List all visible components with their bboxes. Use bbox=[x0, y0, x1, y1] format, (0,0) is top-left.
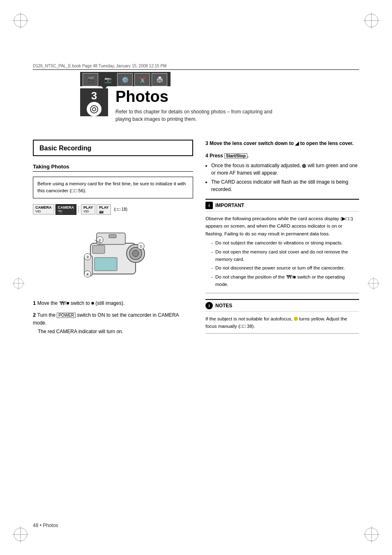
notes-box: i NOTES If the subject is not suitable f… bbox=[205, 299, 359, 334]
step-3-label: 3 bbox=[205, 140, 210, 146]
tab-settings[interactable]: ⚙️ bbox=[117, 73, 133, 86]
notes-title: NOTES bbox=[215, 303, 232, 309]
important-item-1: Do not subject the camcorder to vibratio… bbox=[211, 239, 359, 246]
important-list: Do not subject the camcorder to vibratio… bbox=[211, 239, 359, 288]
step-4: 4 Press Start/Stop. Once the focus is au… bbox=[205, 152, 359, 193]
important-icon: i bbox=[205, 202, 213, 209]
start-stop-button: Start/Stop bbox=[224, 153, 247, 159]
chapter-number-box: 3 bbox=[80, 88, 108, 116]
tab-bar: 🎬 📷 ⚙️ ✂️ 🖨️ bbox=[80, 72, 171, 86]
focus-dot-green bbox=[302, 164, 306, 168]
corner-mark-tr bbox=[363, 12, 380, 29]
mode-bar: CAMERA VID CAMERA 📷 PLAY VID PLAY 📷 (□□ … bbox=[33, 204, 193, 215]
warning-text: Before using a memory card for the first… bbox=[37, 181, 186, 193]
notes-text: If the subject is not suitable for autof… bbox=[205, 316, 347, 329]
chapter-header: 3 Photos Refer to this chapter for detai… bbox=[80, 88, 359, 123]
steps-list-left: 1 Move the '₩/■ switch to ■ (still image… bbox=[33, 299, 193, 335]
camcorder-diagram: ② ① ③ ④ bbox=[72, 221, 154, 292]
left-column: Basic Recording Taking Photos Before usi… bbox=[33, 140, 193, 339]
tab-print[interactable]: 🖨️ bbox=[152, 73, 167, 86]
section-box: Basic Recording bbox=[33, 140, 193, 156]
important-intro: Observe the following precautions while … bbox=[205, 216, 353, 236]
subsection-title: Taking Photos bbox=[33, 164, 193, 172]
important-item-4: Do not change the position of the '₩/■ s… bbox=[211, 273, 359, 288]
notes-icon: i bbox=[205, 302, 213, 309]
important-header: i IMPORTANT bbox=[205, 200, 359, 212]
bullet-1: Once the focus is automatically adjusted… bbox=[211, 162, 359, 177]
step-4-bullets: Once the focus is automatically adjusted… bbox=[211, 162, 359, 193]
power-button-inline: POWER bbox=[57, 313, 76, 318]
svg-point-19 bbox=[92, 108, 96, 111]
mid-mark-left bbox=[12, 277, 25, 290]
important-title: IMPORTANT bbox=[215, 203, 244, 208]
chapter-number: 3 bbox=[91, 90, 97, 101]
svg-rect-27 bbox=[95, 258, 117, 271]
svg-point-23 bbox=[132, 250, 139, 257]
svg-text:①: ① bbox=[139, 244, 143, 249]
svg-rect-26 bbox=[92, 245, 105, 253]
corner-mark-br bbox=[363, 526, 380, 543]
step-3: 3 Move the lens cover switch down to ◢ t… bbox=[205, 140, 359, 147]
notes-body: If the subject is not suitable for autof… bbox=[205, 312, 359, 334]
chapter-icon bbox=[87, 102, 101, 116]
bullet-2: The CARD access indicator will flash as … bbox=[211, 178, 359, 193]
tab-video[interactable]: 🎬 bbox=[83, 73, 98, 86]
svg-text:③: ③ bbox=[86, 255, 89, 259]
corner-mark-tl bbox=[12, 12, 29, 29]
corner-mark-bl bbox=[12, 526, 29, 543]
svg-text:④: ④ bbox=[86, 272, 89, 276]
mid-mark-right bbox=[367, 277, 380, 290]
mode-ref: (□□ 18) bbox=[114, 207, 127, 212]
tab-photo[interactable]: 📷 bbox=[100, 73, 115, 86]
page-footer: 48 • Photos bbox=[33, 523, 58, 528]
tab-edit[interactable]: ✂️ bbox=[134, 73, 150, 86]
step-2-text: Turn the POWER switch to ON to set the c… bbox=[33, 312, 179, 326]
mode-play-photo[interactable]: PLAY 📷 bbox=[97, 204, 111, 215]
notes-header: i NOTES bbox=[205, 300, 359, 312]
svg-point-18 bbox=[90, 106, 98, 113]
important-box: i IMPORTANT Observe the following precau… bbox=[205, 199, 359, 293]
step-2-sub: The red CAMERA indicator will turn on. bbox=[38, 328, 193, 335]
right-column: 3 Move the lens cover switch down to ◢ t… bbox=[205, 140, 359, 339]
chapter-title: Photos bbox=[115, 88, 359, 106]
page-header: D126_NTSC_PAL_E.book Page 48 Tuesday, Ja… bbox=[33, 64, 359, 70]
footer-text: 48 • Photos bbox=[33, 523, 58, 528]
step-4-label: 4 bbox=[205, 153, 210, 159]
step-3-text: Move the lens cover switch down to ◢ to … bbox=[210, 140, 353, 146]
focus-dot-yellow bbox=[294, 317, 298, 321]
svg-rect-28 bbox=[109, 235, 116, 238]
mode-camera-vid[interactable]: CAMERA VID bbox=[33, 204, 54, 214]
important-item-3: Do not disconnect the power source or tu… bbox=[211, 264, 359, 272]
section-title: Basic Recording bbox=[39, 145, 187, 152]
step-1: 1 Move the '₩/■ switch to ■ (still image… bbox=[33, 299, 193, 307]
mode-divider-1 bbox=[78, 206, 79, 213]
important-body: Observe the following precautions while … bbox=[205, 212, 359, 293]
chapter-description: Refer to this chapter for details on sho… bbox=[115, 108, 288, 123]
important-item-2: Do not open the memory card slot cover a… bbox=[211, 248, 359, 263]
step-4-text: Press Start/Stop. bbox=[210, 153, 249, 159]
chapter-title-block: Photos Refer to this chapter for details… bbox=[115, 88, 359, 123]
mode-play-vid[interactable]: PLAY VID bbox=[81, 204, 95, 214]
step-2: 2 Turn the POWER switch to ON to set the… bbox=[33, 311, 193, 335]
step-1-text: Move the '₩/■ switch to ■ (still images)… bbox=[37, 300, 125, 306]
warning-box: Before using a memory card for the first… bbox=[33, 177, 193, 198]
main-content: Basic Recording Taking Photos Before usi… bbox=[33, 140, 359, 339]
mode-camera-photo[interactable]: CAMERA 📷 bbox=[55, 204, 77, 215]
